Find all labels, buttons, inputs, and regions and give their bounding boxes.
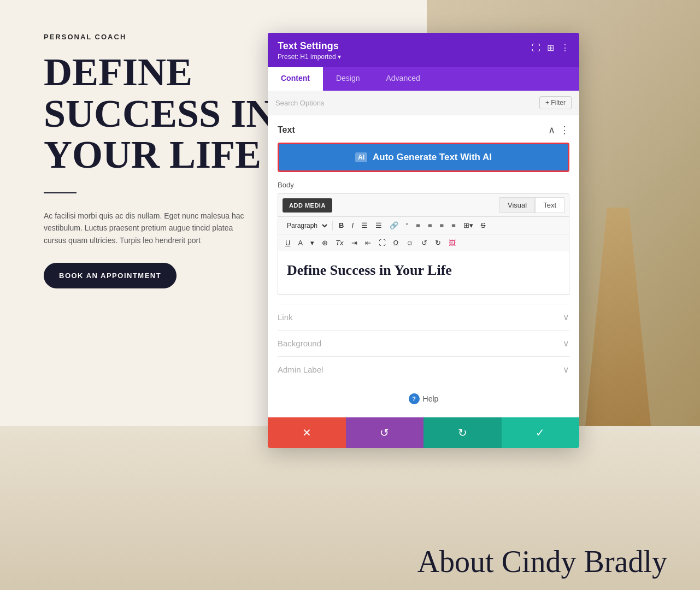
search-options-placeholder[interactable]: Search Options <box>275 99 325 107</box>
help-button[interactable]: ? Help <box>409 393 439 404</box>
justify-button[interactable]: ≡ <box>449 220 458 231</box>
strikethrough-button[interactable]: S <box>478 220 489 231</box>
hero-title-line2: SUCCESS IN <box>44 93 279 135</box>
about-text: About Cindy Bradly <box>417 544 667 579</box>
book-appointment-button[interactable]: BOOK AN APPOINTMENT <box>44 263 177 288</box>
background-section[interactable]: Background ∨ <box>278 330 569 356</box>
toolbar-formatting-row2: U A ▾ ⊕ Tx ⇥ ⇤ ⛶ Ω ☺ ↺ ↻ 🖼 <box>278 234 569 251</box>
section-controls: ∧ ⋮ <box>548 124 569 136</box>
tab-content[interactable]: Content <box>268 67 323 91</box>
clear-format-button[interactable]: Tx <box>333 237 346 249</box>
outdent-button[interactable]: ⇤ <box>362 237 374 249</box>
ai-generate-label: Auto Generate Text With AI <box>373 152 492 163</box>
more-options-icon[interactable]: ⋮ <box>561 43 569 53</box>
body-label: Body <box>278 181 569 189</box>
hero-title: DEFINE SUCCESS IN YOUR LIFE <box>44 52 279 176</box>
special-chars-button[interactable]: Ω <box>391 237 402 249</box>
collapse-icon[interactable]: ∧ <box>548 124 555 136</box>
hero-title-line1: DEFINE <box>44 52 279 93</box>
link-label: Link <box>278 312 293 322</box>
section-menu-icon[interactable]: ⋮ <box>560 124 569 136</box>
ai-icon-badge: AI <box>355 152 367 162</box>
search-bar: Search Options + Filter <box>268 91 579 115</box>
undo-editor-button[interactable]: ↺ <box>419 237 430 249</box>
panel-tabs: Content Design Advanced <box>268 67 579 91</box>
text-button[interactable]: Text <box>535 197 564 213</box>
help-section: ? Help <box>278 382 569 409</box>
panel-header-icons: ⛶ ⊞ ⋮ <box>532 43 569 53</box>
blockquote-button[interactable]: “ <box>403 220 411 231</box>
redo-button[interactable]: ↻ <box>423 417 502 448</box>
expand-icon[interactable]: ⛶ <box>532 43 540 53</box>
toolbar-formatting-row1: Paragraph Heading 1 Heading 2 Heading 3 … <box>278 217 569 234</box>
filter-button[interactable]: + Filter <box>539 96 572 109</box>
background-label: Background <box>278 339 321 348</box>
link-chevron-icon: ∨ <box>563 312 569 322</box>
hero-divider <box>44 192 77 193</box>
align-right-button[interactable]: ≡ <box>437 220 447 231</box>
editor-heading-text: Define Success in Your Life <box>287 262 452 278</box>
text-section-title: Text <box>278 125 295 135</box>
redo-editor-button[interactable]: ↻ <box>432 237 444 249</box>
bullet-list-button[interactable]: ☰ <box>358 220 370 231</box>
background-chevron-icon: ∨ <box>563 338 569 349</box>
add-media-button[interactable]: ADD MEDIA <box>283 198 332 213</box>
paragraph-select[interactable]: Paragraph Heading 1 Heading 2 Heading 3 <box>283 220 329 231</box>
visual-text-switch: Visual Text <box>499 197 564 213</box>
panel-header-left: Text Settings Preset: H1 imported ▾ <box>278 40 341 61</box>
help-icon: ? <box>409 393 420 404</box>
columns-icon[interactable]: ⊞ <box>547 43 554 53</box>
cancel-button[interactable]: ✕ <box>268 417 346 448</box>
tab-design[interactable]: Design <box>323 67 373 91</box>
hero-section: PERSONAL COACH DEFINE SUCCESS IN YOUR LI… <box>44 33 279 288</box>
dropdown-arrow[interactable]: ▾ <box>308 237 317 249</box>
help-label: Help <box>423 394 439 403</box>
page-bottom-section: About Cindy Bradly <box>0 426 700 590</box>
panel-title: Text Settings <box>278 40 341 52</box>
hero-title-line3: YOUR LIFE <box>44 134 279 176</box>
editor-content-area[interactable]: Define Success in Your Life <box>278 251 569 295</box>
panel-body: Text ∧ ⋮ AI Auto Generate Text With AI B… <box>268 115 579 417</box>
panel-preset: Preset: H1 imported ▾ <box>278 53 341 61</box>
admin-label-text: Admin Label <box>278 365 323 374</box>
font-color-button[interactable]: A <box>295 237 305 249</box>
admin-label-chevron-icon: ∨ <box>563 364 569 375</box>
text-settings-panel: Text Settings Preset: H1 imported ▾ ⛶ ⊞ … <box>268 33 579 448</box>
panel-header: Text Settings Preset: H1 imported ▾ ⛶ ⊞ … <box>268 33 579 67</box>
tab-advanced[interactable]: Advanced <box>373 67 433 91</box>
underline-button[interactable]: U <box>283 237 293 249</box>
bold-button[interactable]: B <box>336 220 346 231</box>
align-left-button[interactable]: ≡ <box>413 220 423 231</box>
undo-button[interactable]: ↺ <box>346 417 424 448</box>
indent-button[interactable]: ⇥ <box>349 237 360 249</box>
image-editor-button[interactable]: 🖼 <box>446 237 458 249</box>
link-section[interactable]: Link ∨ <box>278 304 569 330</box>
text-section-header: Text ∧ ⋮ <box>278 124 569 136</box>
italic-button[interactable]: I <box>349 220 356 231</box>
visual-button[interactable]: Visual <box>499 197 535 213</box>
toolbar-top-row: ADD MEDIA Visual Text <box>278 194 569 217</box>
ai-generate-button[interactable]: AI Auto Generate Text With AI <box>278 143 569 172</box>
save-button[interactable]: ✓ <box>502 417 580 448</box>
emoji-button[interactable]: ☺ <box>403 237 416 249</box>
numbered-list-button[interactable]: ☰ <box>373 220 385 231</box>
personal-coach-label: PERSONAL COACH <box>44 33 279 41</box>
action-bar: ✕ ↺ ↻ ✓ <box>268 417 579 448</box>
admin-label-section[interactable]: Admin Label ∨ <box>278 356 569 382</box>
editor-toolbar: ADD MEDIA Visual Text Paragraph Heading … <box>278 193 569 251</box>
table-button[interactable]: ⊞▾ <box>461 220 476 231</box>
copy-format-button[interactable]: ⊕ <box>319 237 331 249</box>
align-center-button[interactable]: ≡ <box>425 220 435 231</box>
fullscreen-button[interactable]: ⛶ <box>376 237 389 249</box>
hero-body-text: Ac facilisi morbi quis ac dis nullam. Eg… <box>44 210 251 246</box>
toolbar-separator-1 <box>332 221 333 231</box>
link-button[interactable]: 🔗 <box>387 220 401 231</box>
